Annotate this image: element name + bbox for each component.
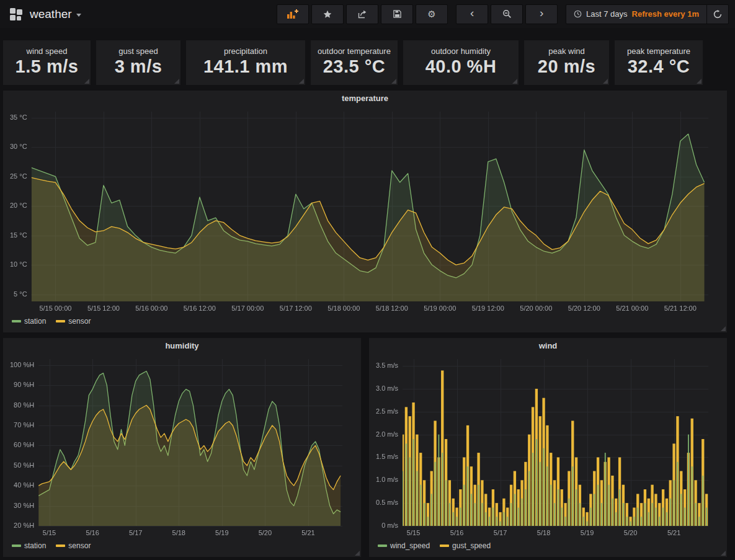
chevron-left-icon: ‹: [470, 13, 474, 15]
stat-panel-row: wind speed 1.5 m/s gust speed 3 m/s prec…: [3, 40, 732, 85]
bottom-row: humidity station sensor wind wind: [3, 338, 732, 557]
stat-panel-title[interactable]: outdoor humidity: [403, 40, 519, 56]
time-back-button[interactable]: ‹: [456, 4, 488, 24]
panel-resize-handle[interactable]: [721, 551, 726, 556]
series-color-chip: [12, 320, 21, 322]
series-color-chip: [56, 544, 65, 547]
temperature-panel: temperature station sensor: [3, 91, 727, 332]
zoom-out-button[interactable]: [491, 4, 523, 24]
stat-panel-title[interactable]: gust speed: [96, 40, 180, 56]
panel-resize-handle[interactable]: [84, 79, 89, 84]
stat-value: 3 m/s: [96, 56, 180, 77]
grid-icon: [10, 7, 23, 20]
dashboard-title[interactable]: weather: [30, 7, 81, 21]
stat-panel-gust-speed: gust speed 3 m/s: [96, 40, 180, 85]
stat-panel-outdoor-temperature: outdoor temperature 23.5 °C: [311, 40, 398, 85]
refresh-button[interactable]: [706, 5, 728, 24]
legend-item-station[interactable]: station: [12, 317, 46, 326]
series-color-chip: [56, 320, 65, 322]
legend-label: station: [24, 317, 46, 326]
star-icon: [323, 10, 332, 19]
panel-title-temperature[interactable]: temperature: [7, 91, 723, 107]
series-color-chip: [378, 544, 387, 547]
stat-value: 32.4 °C: [615, 56, 703, 77]
legend-label: sensor: [68, 317, 91, 326]
panel-resize-handle[interactable]: [391, 79, 396, 84]
stat-value: 20 m/s: [524, 56, 609, 77]
dashboard-menu-icon[interactable]: [6, 4, 26, 24]
temperature-graph[interactable]: [7, 107, 716, 314]
zoom-out-icon: [502, 9, 512, 19]
caret-down-icon: [76, 14, 81, 17]
legend-label: gust_speed: [452, 541, 491, 550]
humidity-legend: station sensor: [7, 538, 357, 553]
temperature-row: temperature station sensor: [3, 91, 732, 332]
stat-panel-title[interactable]: peak wind: [524, 40, 609, 56]
stat-value: 40.0 %H: [403, 56, 519, 77]
legend-label: wind_speed: [390, 541, 430, 550]
temperature-legend: station sensor: [7, 314, 723, 329]
add-panel-button[interactable]: [277, 4, 309, 24]
navbar: weather: [0, 0, 735, 28]
stat-panel-title[interactable]: peak temperature: [615, 40, 703, 56]
star-button[interactable]: [311, 4, 344, 24]
time-picker[interactable]: Last 7 days Refresh every 1m: [566, 4, 729, 24]
stat-panel-title[interactable]: precipitation: [186, 40, 305, 56]
panel-resize-handle[interactable]: [603, 79, 608, 84]
dashboard: wind speed 1.5 m/s gust speed 3 m/s prec…: [0, 28, 735, 557]
panel-title-wind[interactable]: wind: [373, 338, 723, 354]
wind-panel: wind wind_speed gust_speed: [369, 338, 727, 557]
refresh-icon: [713, 10, 722, 19]
legend-label: station: [24, 541, 46, 550]
save-icon: [393, 10, 401, 18]
legend-item-sensor[interactable]: sensor: [56, 541, 91, 550]
share-button[interactable]: [346, 4, 378, 24]
dashboard-title-text: weather: [30, 7, 72, 21]
stat-panel-peak-temperature: peak temperature 32.4 °C: [615, 40, 703, 85]
humidity-graph[interactable]: [7, 354, 350, 538]
stat-panel-title[interactable]: outdoor temperature: [311, 40, 398, 56]
chevron-right-icon: ›: [540, 13, 543, 15]
series-color-chip: [440, 544, 449, 547]
stat-value: 23.5 °C: [311, 56, 398, 77]
bar-chart-add-icon: [287, 9, 298, 19]
legend-item-gust-speed[interactable]: gust_speed: [440, 541, 491, 550]
wind-graph[interactable]: [373, 354, 716, 538]
humidity-panel: humidity station sensor: [3, 338, 361, 557]
stat-panel-wind-speed: wind speed 1.5 m/s: [3, 40, 91, 85]
series-color-chip: [12, 544, 21, 547]
refresh-interval-label: Refresh every 1m: [632, 9, 699, 19]
panel-resize-handle[interactable]: [174, 79, 179, 84]
panel-resize-handle[interactable]: [512, 79, 517, 84]
time-forward-button[interactable]: ›: [525, 4, 558, 24]
legend-item-wind-speed[interactable]: wind_speed: [378, 541, 430, 550]
settings-button[interactable]: ⚙: [416, 4, 448, 24]
panel-resize-handle[interactable]: [697, 79, 702, 84]
panel-resize-handle[interactable]: [721, 326, 726, 331]
time-nav-group: ‹ ›: [456, 4, 558, 24]
time-range-label: Last 7 days: [586, 9, 628, 19]
stat-value: 1.5 m/s: [3, 56, 91, 77]
stat-panel-outdoor-humidity: outdoor humidity 40.0 %H: [403, 40, 519, 85]
stat-panel-peak-wind: peak wind 20 m/s: [524, 40, 609, 85]
panel-title-humidity[interactable]: humidity: [7, 338, 357, 354]
wind-legend: wind_speed gust_speed: [373, 538, 723, 553]
panel-actions-group: ⚙: [277, 4, 448, 24]
stat-panel-precipitation: precipitation 141.1 mm: [186, 40, 305, 85]
gear-icon: ⚙: [427, 9, 435, 19]
panel-resize-handle[interactable]: [355, 551, 360, 556]
legend-item-sensor[interactable]: sensor: [56, 317, 91, 326]
stat-value: 141.1 mm: [186, 56, 305, 77]
stat-panel-title[interactable]: wind speed: [3, 40, 91, 56]
clock-icon: [574, 10, 582, 18]
save-button[interactable]: [381, 4, 413, 24]
legend-label: sensor: [68, 541, 91, 550]
panel-resize-handle[interactable]: [299, 79, 304, 84]
share-icon: [358, 10, 367, 19]
legend-item-station[interactable]: station: [12, 541, 46, 550]
